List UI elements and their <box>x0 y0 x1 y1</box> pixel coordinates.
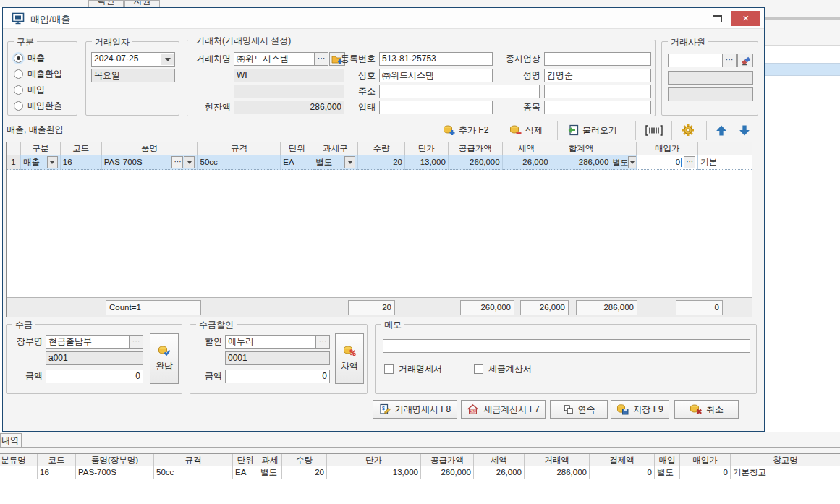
save-f9-button[interactable]: 저장 F9 <box>611 400 669 419</box>
biztype-input[interactable] <box>379 101 493 114</box>
buy-price-lookup-button[interactable]: ··· <box>684 156 695 168</box>
bgrid-cell[interactable]: 260,000 <box>421 466 474 479</box>
grid-header-cell[interactable]: 단위 <box>281 142 313 155</box>
bgrid-cell[interactable]: 13,000 <box>327 466 421 479</box>
chevron-down-icon[interactable] <box>344 156 355 168</box>
minimize-button[interactable] <box>713 15 722 22</box>
bgrid-cell[interactable]: 별도 <box>655 466 680 479</box>
address2-input[interactable] <box>544 85 651 98</box>
statement-f8-button[interactable]: $ 거래명세서 F8 <box>373 400 457 419</box>
staff-input[interactable] <box>668 54 723 67</box>
staff-lookup-button[interactable]: ··· <box>722 54 737 67</box>
radio-sales[interactable] <box>14 54 23 63</box>
grid-header-cell[interactable]: 공급가액 <box>449 142 503 155</box>
grid-header-cell[interactable]: 구분 <box>21 142 61 155</box>
item-lookup-button[interactable]: ··· <box>171 156 183 168</box>
code-cell[interactable]: 16 <box>61 155 102 170</box>
warehouse-cell[interactable]: 기본 <box>698 155 752 170</box>
bgrid-cell[interactable]: PAS-700S <box>76 466 154 479</box>
vat-cell[interactable]: 26,000 <box>503 155 551 170</box>
background-tab-1[interactable]: 확인 <box>88 0 124 7</box>
cancel-button[interactable]: 취소 <box>674 400 739 419</box>
radio-label[interactable]: 매입환출 <box>27 99 62 113</box>
background-tab-2[interactable]: 자원 <box>124 0 160 7</box>
chevron-down-icon[interactable] <box>47 156 58 168</box>
move-down-button[interactable] <box>735 121 754 140</box>
bgrid-cell[interactable]: 26,000 <box>474 466 525 479</box>
gubun-cell[interactable]: 매출 <box>21 155 61 170</box>
barcode-button[interactable] <box>642 121 666 140</box>
radio-sales-return[interactable] <box>14 69 23 79</box>
price-cell[interactable]: 13,000 <box>405 155 449 170</box>
book-name-input[interactable]: 현금출납부 <box>46 335 130 349</box>
item-name-cell[interactable]: PAS-700S ··· <box>102 155 198 170</box>
grid-header-cell[interactable]: 품명 <box>102 142 198 155</box>
staff-clear-button[interactable] <box>737 54 753 67</box>
unit-cell[interactable]: EA <box>281 155 313 170</box>
memo-input[interactable] <box>383 339 750 353</box>
close-button[interactable]: × <box>731 11 760 26</box>
trade-name-input[interactable]: ㈜위드시스템 <box>379 69 493 82</box>
qty-cell[interactable]: 20 <box>358 155 405 170</box>
chevron-down-icon[interactable] <box>161 54 174 65</box>
load-button[interactable]: 불러오기 <box>564 121 620 140</box>
checkbox-label[interactable]: 거래명세서 <box>399 362 442 376</box>
grid-header-cell[interactable]: 합계액 <box>551 142 612 155</box>
discount-amount-input[interactable]: 0 <box>225 370 330 383</box>
bgrid-cell[interactable]: EA <box>233 466 258 479</box>
grid-data-row[interactable]: 1 매출 16 PAS-700S ··· 50cc EA 별도 20 13,00… <box>7 155 752 170</box>
buy-tax-cell[interactable]: 별도 <box>611 155 637 170</box>
bgrid-cell[interactable]: 20 <box>282 466 327 479</box>
bgrid-cell[interactable]: 기본창고 <box>731 466 840 479</box>
move-up-button[interactable] <box>712 121 731 140</box>
grid-header-cell[interactable]: 매입가 <box>637 142 698 155</box>
buy-price-cell[interactable]: 0 ··· <box>637 155 698 170</box>
discount-lookup-button[interactable]: ··· <box>315 335 330 349</box>
bgrid-cell[interactable]: 0 <box>590 466 655 479</box>
tax-invoice-f7-button[interactable]: TAX 세금계산서 F7 <box>461 400 546 419</box>
grid-header-cell[interactable] <box>698 142 752 155</box>
background-selected-row[interactable] <box>765 63 840 76</box>
grid-header-cell[interactable] <box>611 142 637 155</box>
bgrid-cell[interactable] <box>0 466 38 479</box>
bgrid-cell[interactable]: 16 <box>38 466 76 479</box>
chevron-down-icon[interactable] <box>184 156 195 168</box>
settings-button[interactable] <box>679 121 697 140</box>
discount-input[interactable]: 에누리 <box>225 335 316 349</box>
grid-header-cell[interactable]: 규격 <box>198 142 281 155</box>
reg-no-input[interactable]: 513-81-25753 <box>379 52 493 66</box>
dialog-titlebar[interactable]: 매입/매출 × <box>3 8 764 29</box>
add-row-button[interactable]: 추가 F2 <box>440 121 491 140</box>
radio-label[interactable]: 매출환입 <box>27 67 62 81</box>
partner-lookup-button[interactable]: ··· <box>314 52 328 66</box>
continuous-button[interactable]: 연속 <box>550 400 608 419</box>
radio-purchase-return[interactable] <box>14 101 23 111</box>
radio-label[interactable]: 매입 <box>27 83 45 97</box>
ceo-name-input[interactable]: 김명준 <box>544 69 651 82</box>
grid-header-cell[interactable]: 단가 <box>405 142 449 155</box>
address-input[interactable] <box>379 85 540 98</box>
radio-purchase[interactable] <box>14 85 23 95</box>
branch-input[interactable] <box>544 52 651 66</box>
book-lookup-button[interactable]: ··· <box>129 335 143 349</box>
bottom-grid-data-row[interactable]: 16 PAS-700S 50cc EA 별도 20 13,000 260,000… <box>0 466 840 479</box>
date-combobox[interactable]: 2024-07-25 <box>91 52 175 67</box>
partner-name-input[interactable]: ㈜위드시스템 <box>234 52 315 66</box>
tab-detail[interactable]: 내역 <box>0 433 22 447</box>
grid-header-cell[interactable]: 코드 <box>61 142 102 155</box>
total-cell[interactable]: 286,000 <box>551 155 612 170</box>
checkbox-label[interactable]: 세금계산서 <box>488 362 532 376</box>
supply-cell[interactable]: 260,000 <box>449 155 503 170</box>
bgrid-cell[interactable]: 286,000 <box>525 466 590 479</box>
difference-button[interactable]: 차액 <box>335 333 364 384</box>
chevron-down-icon[interactable] <box>628 156 637 168</box>
grid-header-cell[interactable]: 수량 <box>358 142 405 155</box>
checkbox-tax-invoice[interactable] <box>474 364 483 374</box>
paid-in-full-button[interactable]: 완납 <box>150 333 179 384</box>
tax-type-cell[interactable]: 별도 <box>313 155 358 170</box>
grid-header-cell[interactable]: 세액 <box>503 142 551 155</box>
bgrid-cell[interactable]: 0 <box>680 466 731 479</box>
radio-label[interactable]: 매출 <box>27 51 45 65</box>
checkbox-statement[interactable] <box>384 364 394 374</box>
grid-header-cell[interactable]: 과세구 <box>313 142 358 155</box>
